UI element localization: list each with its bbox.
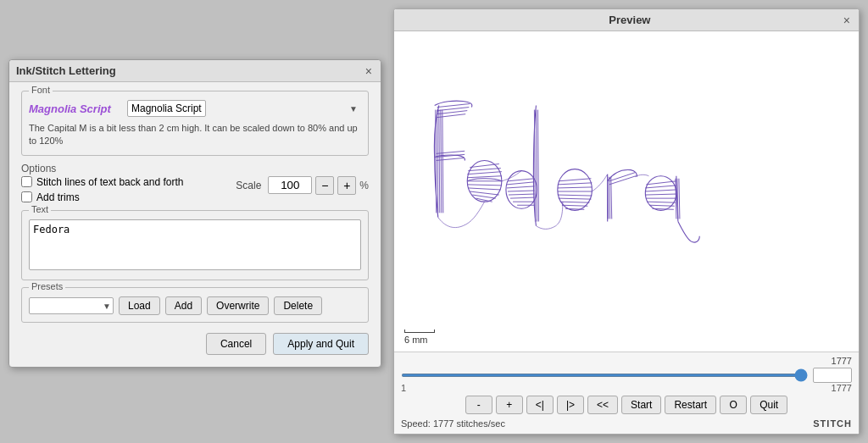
text-input[interactable]: Fedora (29, 219, 361, 270)
presets-section: Presets ▼ Load Add Overwrite Delete (21, 287, 369, 323)
preset-add-button[interactable]: Add (165, 296, 202, 315)
stitch-type-label: STITCH (813, 418, 852, 429)
dialog-title: Ink/Stitch Lettering (16, 64, 116, 77)
font-select-arrow-icon: ▼ (349, 104, 358, 114)
add-trims-checkbox[interactable] (21, 191, 32, 202)
options-checkboxes: Stitch lines of text back and forth Add … (21, 176, 183, 203)
preview-titlebar: Preview × (394, 9, 859, 31)
speed-label: Speed: 1777 stitches/sec (401, 418, 505, 429)
scale-controls: Scale − + % (236, 176, 369, 195)
apply-quit-button[interactable]: Apply and Quit (273, 333, 369, 355)
preset-input[interactable] (29, 297, 114, 314)
font-select-wrapper: Magnolia Script ▼ (127, 100, 361, 117)
stitch-back-forth-label: Stitch lines of text back and forth (36, 176, 183, 188)
ctrl-minus-button[interactable]: - (465, 396, 492, 414)
ctrl-restart-button[interactable]: Restart (665, 396, 716, 414)
presets-section-label: Presets (29, 281, 65, 291)
stitch-end-label: 1777 (832, 383, 852, 393)
dialog-body: Font Magnolia Script Magnolia Script ▼ T… (9, 82, 381, 367)
stitch-slider-row: 1777 (401, 356, 852, 366)
preview-close-button[interactable]: × (842, 14, 852, 26)
ctrl-rewind-button[interactable]: << (587, 396, 618, 414)
add-trims-label: Add trims (36, 191, 80, 203)
stitch-min-label: 1 (401, 383, 406, 393)
dialog-close-button[interactable]: × (364, 65, 374, 77)
text-section-label: Text (29, 204, 51, 214)
ctrl-plus-button[interactable]: + (496, 396, 523, 414)
scale-percent-label: % (359, 180, 369, 191)
scale-text: 6 mm (404, 335, 428, 345)
presets-row: ▼ Load Add Overwrite Delete (29, 296, 361, 315)
dialog-titlebar: Ink/Stitch Lettering × (9, 60, 381, 82)
scale-minus-button[interactable]: − (315, 176, 334, 195)
cancel-button[interactable]: Cancel (206, 333, 266, 355)
preset-overwrite-button[interactable]: Overwrite (207, 296, 269, 315)
add-trims-row[interactable]: Add trims (21, 191, 183, 203)
stitch-back-forth-row[interactable]: Stitch lines of text back and forth (21, 176, 183, 188)
font-section: Font Magnolia Script Magnolia Script ▼ T… (21, 91, 369, 156)
stitch-range-row: 1 1777 (401, 383, 852, 393)
ctrl-quit-button[interactable]: Quit (750, 396, 787, 414)
preset-load-button[interactable]: Load (119, 296, 160, 315)
preview-controls: 1777 1777 1 1777 - + <| |> << Start Rest… (394, 352, 859, 434)
ctrl-next-button[interactable]: |> (557, 396, 584, 414)
font-select[interactable]: Magnolia Script (127, 100, 206, 117)
lettering-dialog: Ink/Stitch Lettering × Font Magnolia Scr… (8, 59, 381, 368)
ctrl-zero-button[interactable]: O (720, 396, 747, 414)
stitch-value-input[interactable]: 1777 (813, 368, 852, 383)
font-section-label: Font (29, 85, 53, 95)
stitch-max-label: 1777 (832, 356, 852, 366)
options-section: Options Stitch lines of text back and fo… (21, 163, 369, 203)
scale-bar (404, 329, 435, 333)
ctrl-start-button[interactable]: Start (621, 396, 661, 414)
scale-plus-button[interactable]: + (337, 176, 356, 195)
preview-title: Preview (418, 14, 842, 26)
preview-canvas: 6 mm (394, 31, 859, 352)
ctrl-prev-button[interactable]: <| (526, 396, 554, 414)
svg-rect-0 (394, 54, 859, 329)
stitch-slider[interactable] (401, 374, 808, 377)
scale-input[interactable] (268, 176, 312, 194)
preset-input-wrapper: ▼ (29, 297, 114, 314)
action-buttons-row: Cancel Apply and Quit (21, 333, 369, 355)
control-buttons-row: - + <| |> << Start Restart O Quit (401, 396, 852, 414)
preview-window: Preview × (393, 8, 860, 435)
font-name-italic: Magnolia Script (29, 102, 122, 115)
scale-label: Scale (236, 180, 261, 191)
slider-wrapper: 1777 (401, 368, 852, 383)
scale-indicator: 6 mm (404, 329, 435, 345)
text-section: Text Fedora (21, 210, 369, 280)
font-row: Magnolia Script Magnolia Script ▼ (29, 100, 361, 117)
preset-delete-button[interactable]: Delete (274, 296, 322, 315)
options-label: Options (21, 163, 369, 174)
embroidery-preview-svg (394, 31, 859, 352)
stitch-back-forth-checkbox[interactable] (21, 176, 32, 187)
font-description: The Capital M is a bit less than 2 cm hi… (29, 122, 361, 148)
speed-row: Speed: 1777 stitches/sec STITCH (401, 417, 852, 430)
